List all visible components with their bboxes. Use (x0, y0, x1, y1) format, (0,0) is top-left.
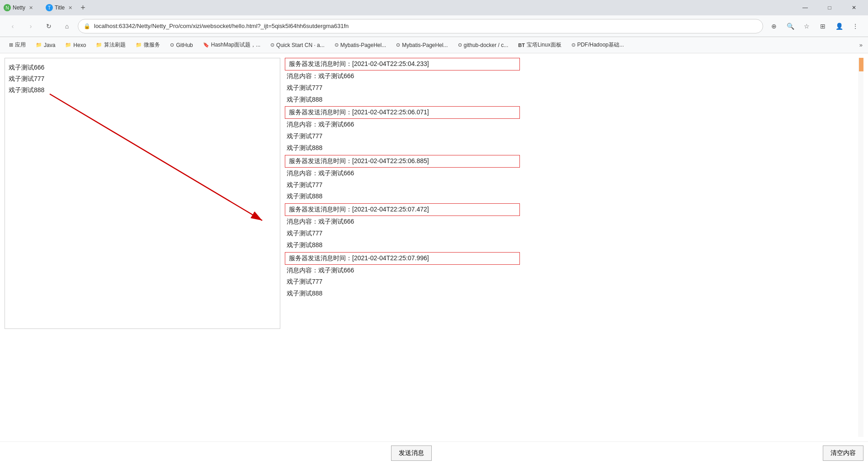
pdf-icon: ⊙ (571, 42, 576, 48)
scrollbar[interactable] (858, 58, 863, 437)
scroll-thumb[interactable] (859, 58, 863, 71)
menu-icon[interactable]: ⋮ (848, 19, 863, 33)
message-line-1-1: 戏子测试777 (285, 131, 854, 142)
bookmark-apps[interactable]: ⊞ 应用 (5, 39, 29, 51)
message-line-1-0: 消息内容：戏子测试666 (285, 119, 854, 131)
message-block-2: 服务器发送消息时间：[2021-02-04T22:25:06.885]消息内容：… (285, 155, 854, 202)
message-line-0-2: 戏子测试888 (285, 94, 854, 106)
tab-close-title[interactable]: ✕ (68, 5, 72, 11)
message-header-3: 服务器发送消息时间：[2021-02-04T22:25:07.472] (285, 203, 520, 216)
message-input[interactable]: 戏子测试666 戏子测试777 戏子测试888 (5, 58, 280, 329)
bookmark-algo[interactable]: 📁 算法刷题 (92, 39, 129, 51)
message-header-4: 服务器发送消息时间：[2021-02-04T22:25:07.996] (285, 252, 520, 265)
hashmap-icon: 🔖 (203, 42, 209, 48)
message-line-4-1: 戏子测试777 (285, 276, 854, 288)
title-bar-controls: — □ ✕ (795, 0, 864, 15)
bookmark-apps-label: 应用 (15, 41, 26, 49)
profile-icon[interactable]: 👤 (832, 19, 846, 33)
secure-icon: 🔒 (84, 23, 90, 29)
docker-icon: ⊙ (458, 42, 462, 48)
bookmark-quickstart-label: Quick Start CN · a... (276, 42, 325, 48)
message-line-2-0: 消息内容：戏子测试666 (285, 168, 854, 179)
bookmark-java-label: Java (44, 42, 55, 48)
bookmark-hexo[interactable]: 📁 Hexo (61, 39, 90, 51)
bookmark-hexo-label: Hexo (73, 42, 86, 48)
back-button[interactable]: ‹ (5, 19, 20, 33)
message-header-1: 服务器发送消息时间：[2021-02-04T22:25:06.071] (285, 106, 520, 119)
apps-icon: ⊞ (9, 42, 13, 48)
quickstart-icon: ⊙ (270, 42, 274, 48)
address-bar: ‹ › ↻ ⌂ 🔒 ⊕ 🔍 ☆ ⊞ 👤 ⋮ (0, 15, 868, 37)
message-line-4-2: 戏子测试888 (285, 288, 854, 300)
message-line-1-2: 戏子测试888 (285, 142, 854, 154)
mybatis1-icon: ⊙ (335, 42, 339, 48)
send-button[interactable]: 发送消息 (391, 445, 432, 461)
message-block-3: 服务器发送消息时间：[2021-02-04T22:25:07.472]消息内容：… (285, 203, 854, 251)
bookmark-mybatis1-label: Mybatis-PageHel... (340, 42, 386, 48)
bookmark-pdf[interactable]: ⊙ PDF/Hadoop基础... (568, 39, 627, 51)
star-icon[interactable]: ☆ (799, 19, 814, 33)
message-line-4-0: 消息内容：戏子测试666 (285, 265, 854, 277)
forward-button[interactable]: › (24, 19, 38, 33)
message-header-0: 服务器发送消息时间：[2021-02-04T22:25:04.233] (285, 58, 520, 70)
github-icon: ⊙ (170, 42, 174, 48)
message-line-0-0: 消息内容：戏子测试666 (285, 70, 854, 82)
minimize-button[interactable]: — (795, 0, 816, 15)
bookmark-mybatis1[interactable]: ⊙ Mybatis-PageHel... (331, 39, 390, 51)
address-input-wrap: 🔒 (78, 19, 763, 33)
bookmark-micro-label: 微服务 (144, 41, 160, 49)
address-icons: ⊕ 🔍 ☆ ⊞ 👤 ⋮ (767, 19, 863, 33)
bookmark-hashmap[interactable]: 🔖 HashMap面试题，... (199, 39, 264, 51)
search-icon[interactable]: 🔍 (783, 19, 797, 33)
message-line-0-1: 戏子测试777 (285, 82, 854, 94)
right-panel[interactable]: 服务器发送消息时间：[2021-02-04T22:25:04.233]消息内容：… (280, 58, 858, 329)
bookmark-github-label: GitHub (176, 42, 193, 48)
bookmark-github[interactable]: ⊙ GitHub (166, 39, 196, 51)
folder-icon-java: 📁 (36, 42, 42, 48)
tab-label-netty: Netty (13, 5, 25, 11)
message-header-2: 服务器发送消息时间：[2021-02-04T22:25:06.885] (285, 155, 520, 168)
address-input[interactable] (94, 23, 757, 29)
bookmark-micro[interactable]: 📁 微服务 (132, 39, 164, 51)
mybatis2-icon: ⊙ (396, 42, 400, 48)
message-line-3-0: 消息内容：戏子测试666 (285, 216, 854, 228)
bookmark-docker-label: github-docker / c... (464, 42, 509, 48)
message-block-1: 服务器发送消息时间：[2021-02-04T22:25:06.071]消息内容：… (285, 106, 854, 154)
bookmarks-more-button[interactable]: » (859, 42, 863, 48)
maximize-button[interactable]: □ (819, 0, 840, 15)
bookmark-hashmap-label: HashMap面试题，... (211, 41, 260, 49)
bookmark-pdf-label: PDF/Hadoop基础... (577, 41, 624, 49)
baota-icon: BT (518, 42, 525, 48)
message-line-3-1: 戏子测试777 (285, 228, 854, 239)
folder-icon-micro: 📁 (136, 42, 142, 48)
main-layout: 戏子测试666 戏子测试777 戏子测试888 服务器发送消息时间：[2021-… (0, 53, 868, 441)
refresh-button[interactable]: ↻ (42, 19, 56, 33)
bookmark-mybatis2[interactable]: ⊙ Mybatis-PageHel... (392, 39, 451, 51)
bookmarks-bar: ⊞ 应用 📁 Java 📁 Hexo 📁 算法刷题 📁 微服务 ⊙ GitHub… (0, 37, 868, 53)
new-tab-button[interactable]: + (80, 3, 85, 13)
bookmark-java[interactable]: 📁 Java (32, 39, 59, 51)
tab-label-title: Title (55, 5, 65, 11)
bookmark-baota-label: 宝塔Linux面板 (527, 41, 561, 49)
folder-icon-algo: 📁 (96, 42, 102, 48)
tab-favicon-netty: N (4, 4, 11, 11)
message-line-3-2: 戏子测试888 (285, 239, 854, 251)
home-button[interactable]: ⌂ (60, 19, 74, 33)
browser-frame: N Netty ✕ T Title ✕ + — □ ✕ ‹ › ↻ ⌂ 🔒 ⊕ … (0, 0, 868, 464)
tab-favicon-title: T (46, 4, 53, 11)
message-line-2-2: 戏子测试888 (285, 191, 854, 202)
bookmark-mybatis2-label: Mybatis-PageHel... (402, 42, 448, 48)
extensions-icon[interactable]: ⊞ (816, 19, 830, 33)
bookmark-docker[interactable]: ⊙ github-docker / c... (454, 39, 512, 51)
close-button[interactable]: ✕ (844, 0, 864, 15)
message-block-4: 服务器发送消息时间：[2021-02-04T22:25:07.996]消息内容：… (285, 252, 854, 300)
title-bar: N Netty ✕ T Title ✕ + — □ ✕ (0, 0, 868, 15)
tab-close-netty[interactable]: ✕ (29, 5, 33, 11)
clear-button[interactable]: 清空内容 (823, 445, 863, 461)
bookmark-baota[interactable]: BT 宝塔Linux面板 (514, 39, 565, 51)
bookmark-algo-label: 算法刷题 (104, 41, 126, 49)
bookmark-quickstart[interactable]: ⊙ Quick Start CN · a... (267, 39, 328, 51)
page-content: 戏子测试666 戏子测试777 戏子测试888 服务器发送消息时间：[2021-… (0, 53, 868, 464)
translate-icon[interactable]: ⊕ (767, 19, 781, 33)
message-block-0: 服务器发送消息时间：[2021-02-04T22:25:04.233]消息内容：… (285, 58, 854, 105)
